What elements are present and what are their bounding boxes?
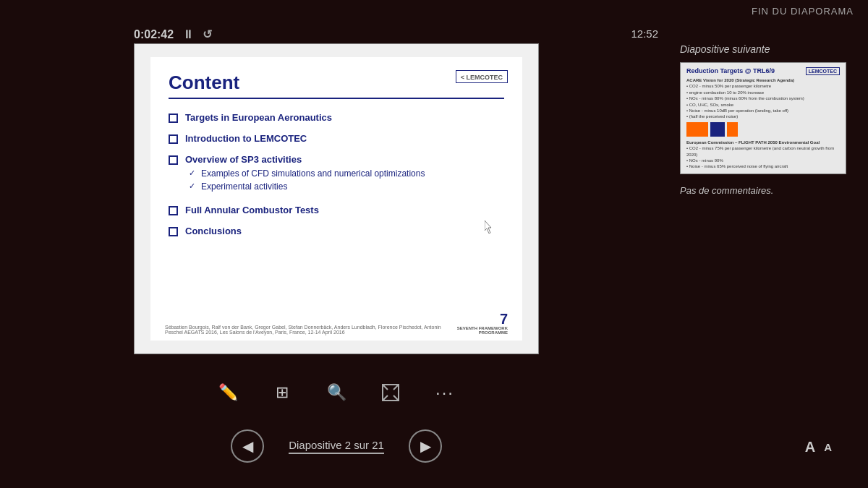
svg-line-1: [383, 385, 388, 390]
main-slide: Content < LEMCOTEC Targets in European A…: [134, 43, 539, 354]
sub-list: Examples of CFD simulations and numerica…: [189, 168, 425, 192]
navigation-bar: ◀ Diapositive 2 sur 21 ▶: [134, 429, 539, 463]
checkbox-icon: [169, 114, 178, 123]
checkbox-icon: [169, 134, 178, 144]
pointer-button[interactable]: [375, 376, 407, 408]
prev-slide-button[interactable]: ◀: [231, 429, 264, 463]
list-item-text: Full Annular Combustor Tests: [185, 205, 319, 215]
thumb-section-1: ACARE Vision for 2020 (Strategic Researc…: [686, 77, 840, 120]
bar-item: [686, 122, 708, 137]
no-comments-label: Pas de commentaires.: [680, 185, 846, 196]
next-slide-button[interactable]: ▶: [409, 429, 442, 463]
timer-display: 0:02:42 ⏸ ↺: [134, 27, 212, 41]
timer-value: 0:02:42: [134, 28, 174, 41]
list-item: Overview of SP3 activities Examples of C…: [169, 154, 504, 194]
pause-icon[interactable]: ⏸: [182, 28, 194, 41]
checkbox-icon: [169, 155, 178, 165]
bar-item: [710, 122, 725, 137]
footer-text: Sébastien Bourgois, Ralf von der Bank, G…: [165, 325, 456, 335]
bar-item: [727, 122, 738, 137]
svg-line-2: [393, 385, 399, 390]
sub-item-text: Examples of CFD simulations and numerica…: [201, 168, 425, 179]
sub-item-text: Experimental activities: [201, 181, 287, 192]
slide-logo: < LEMCOTEC: [456, 70, 508, 83]
bar-chart: [686, 122, 840, 137]
list-item: Targets in European Aeronautics: [169, 112, 504, 123]
list-item-text: Introduction to LEMCOTEC: [185, 133, 307, 144]
slide-counter: Diapositive 2 sur 21: [278, 439, 394, 454]
list-item: Full Annular Combustor Tests: [169, 205, 504, 215]
grid-button[interactable]: ⊞: [266, 376, 299, 408]
font-increase-button[interactable]: A: [805, 439, 815, 455]
slide-bullet-list: Targets in European Aeronautics Introduc…: [169, 112, 504, 236]
thumb-section-2: European Commission – FLIGHT PATH 2050 E…: [686, 140, 840, 170]
svg-line-4: [393, 395, 399, 401]
slide-title: Content: [169, 72, 504, 99]
next-slide-thumbnail[interactable]: Reduction Targets @ TRL6/9 LEMCOTEC ACAR…: [680, 62, 846, 174]
svg-line-3: [383, 395, 388, 401]
pen-button[interactable]: ✏️: [212, 376, 244, 408]
more-button[interactable]: ···: [429, 376, 461, 408]
sub-list-item: Experimental activities: [189, 181, 425, 192]
thumb-content: ACARE Vision for 2020 (Strategic Researc…: [686, 77, 840, 170]
font-decrease-button[interactable]: A: [824, 441, 832, 453]
current-time: 12:52: [631, 27, 658, 40]
fin-diaporama-label: FIN DU DIAPORAMA: [752, 6, 854, 17]
prev-icon: ◀: [242, 437, 253, 455]
reset-icon[interactable]: ↺: [203, 27, 212, 41]
pointer-icon: [380, 382, 401, 403]
slide-content: Content < LEMCOTEC Targets in European A…: [150, 57, 522, 341]
next-slide-label: Diapositive suivante: [680, 43, 846, 55]
toolbar: ✏️ ⊞ 🔍 ···: [134, 376, 539, 408]
sub-list-item: Examples of CFD simulations and numerica…: [189, 168, 425, 179]
list-item-text: Targets in European Aeronautics: [185, 112, 332, 123]
search-button[interactable]: 🔍: [320, 376, 353, 408]
list-item: Conclusions: [169, 226, 504, 236]
top-bar: FIN DU DIAPORAMA: [0, 0, 868, 22]
slide-footer: Sébastien Bourgois, Ralf von der Bank, G…: [165, 312, 508, 335]
framework-logo: 7 SEVENTH FRAMEWORK PROGRAMME: [456, 312, 508, 335]
list-item: Introduction to LEMCOTEC: [169, 133, 504, 144]
next-slide-panel: Diapositive suivante Reduction Targets @…: [680, 43, 846, 196]
next-icon: ▶: [420, 437, 431, 455]
list-item-text: Overview of SP3 activities: [185, 154, 302, 165]
checkbox-icon: [169, 227, 178, 236]
thumb-logo: LEMCOTEC: [806, 67, 840, 75]
conclusions-text: Conclusions: [185, 226, 242, 236]
font-size-controls: A A: [805, 439, 832, 455]
checkbox-icon: [169, 206, 178, 215]
